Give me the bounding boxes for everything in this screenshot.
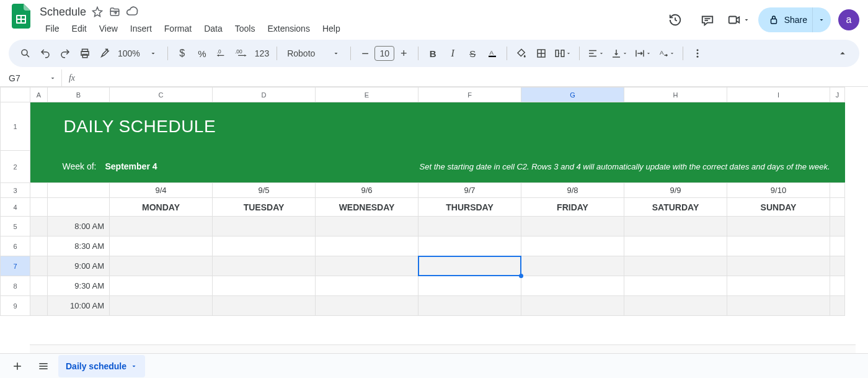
share-button[interactable]: Share [758,7,831,32]
column-header-G[interactable]: G [521,88,624,102]
currency-icon[interactable]: $ [173,44,192,63]
search-menus-icon[interactable] [16,44,35,63]
date-cell-1[interactable]: 9/5 [213,183,316,198]
cell-F5[interactable] [316,217,418,236]
document-name[interactable]: Schedule [40,6,86,19]
cell-D6[interactable] [110,236,213,256]
font-caret[interactable] [327,44,345,63]
date-cell-4[interactable]: 9/8 [521,183,624,198]
column-header-D[interactable]: D [213,88,316,102]
print-icon[interactable] [76,44,94,63]
cell-J5[interactable] [727,217,830,236]
text-rotation-icon[interactable]: A [655,44,678,63]
menu-data[interactable]: Data [198,21,228,36]
row-header-6[interactable]: 6 [1,236,30,256]
cell-E7[interactable] [213,256,316,276]
spreadsheet-grid[interactable]: ABCDEFGHIJ 1DAILY SCHEDULE2Week of:Septe… [0,87,845,316]
date-cell-6[interactable]: 9/10 [727,183,830,198]
name-box[interactable]: G7 [0,70,62,86]
menu-insert[interactable]: Insert [125,21,157,36]
menu-edit[interactable]: Edit [66,21,92,36]
cell-H8[interactable] [521,276,624,296]
cell-J9[interactable] [727,296,830,316]
cell-E5[interactable] [213,217,316,236]
cell-I5[interactable] [624,217,727,236]
cell-I6[interactable] [624,236,727,256]
column-header-I[interactable]: I [727,88,830,102]
cell-G8[interactable] [418,276,521,296]
row-header-8[interactable]: 8 [1,276,30,296]
cell-F6[interactable] [316,236,418,256]
horizontal-align-icon[interactable] [585,44,607,63]
time-cell-5[interactable]: 8:00 AM [48,217,110,236]
row-header-2[interactable]: 2 [1,151,30,183]
cell-G7[interactable] [418,256,521,276]
column-header-J[interactable]: J [830,88,845,102]
time-cell-9[interactable]: 10:00 AM [48,296,110,316]
redo-icon[interactable] [56,44,74,63]
menu-file[interactable]: File [40,21,65,36]
day-cell-1[interactable]: TUESDAY [213,198,316,217]
collapse-toolbar-icon[interactable] [833,44,852,63]
add-sheet-icon[interactable] [6,355,29,377]
horizontal-scrollbar[interactable] [30,344,856,353]
meet-icon[interactable] [727,7,751,32]
select-all-corner[interactable] [1,88,30,102]
cell-E8[interactable] [213,276,316,296]
column-header-H[interactable]: H [624,88,727,102]
zoom-caret[interactable] [144,44,162,63]
cell-H7[interactable] [521,256,624,276]
cell-J7[interactable] [727,256,830,276]
decrease-decimal-icon[interactable]: .0 [213,44,231,63]
all-sheets-icon[interactable] [32,355,55,377]
comments-icon[interactable] [695,7,720,32]
merge-cells-icon[interactable] [552,44,574,63]
cell-D7[interactable] [110,256,213,276]
increase-decimal-icon[interactable]: .00 [232,44,251,63]
cell-H6[interactable] [521,236,624,256]
history-icon[interactable] [663,7,688,32]
account-avatar[interactable]: a [838,9,859,30]
more-toolbar-icon[interactable] [688,44,707,63]
menu-help[interactable]: Help [317,21,346,36]
day-cell-4[interactable]: FRIDAY [521,198,624,217]
cell-D8[interactable] [110,276,213,296]
menu-extensions[interactable]: Extensions [262,21,315,36]
move-icon[interactable] [108,6,121,18]
day-cell-3[interactable]: THURSDAY [418,198,521,217]
percent-icon[interactable]: % [193,44,211,63]
star-icon[interactable] [91,6,104,18]
time-cell-8[interactable]: 9:30 AM [48,276,110,296]
font-size-input[interactable] [374,46,394,61]
column-header-E[interactable]: E [316,88,418,102]
row-header-3[interactable]: 3 [1,183,30,198]
cell-E6[interactable] [213,236,316,256]
cell-J8[interactable] [727,276,830,296]
row-header-4[interactable]: 4 [1,198,30,217]
cell-E9[interactable] [213,296,316,316]
sheet-tab-daily-schedule[interactable]: Daily schedule [58,355,145,377]
italic-icon[interactable]: I [443,44,462,63]
cell-I8[interactable] [624,276,727,296]
date-cell-3[interactable]: 9/7 [418,183,521,198]
text-wrap-icon[interactable] [632,44,654,63]
cell-H9[interactable] [521,296,624,316]
cell-G5[interactable] [418,217,521,236]
cell-I7[interactable] [624,256,727,276]
cell-F8[interactable] [316,276,418,296]
cell-I9[interactable] [624,296,727,316]
strikethrough-icon[interactable]: S [463,44,482,63]
row-header-9[interactable]: 9 [1,296,30,316]
menu-format[interactable]: Format [159,21,197,36]
date-cell-0[interactable]: 9/4 [110,183,213,198]
share-dropdown[interactable] [812,7,830,32]
sheets-logo-icon[interactable] [9,4,33,29]
borders-icon[interactable] [532,44,551,63]
row-header-1[interactable]: 1 [1,102,30,151]
date-cell-2[interactable]: 9/6 [316,183,418,198]
bold-icon[interactable]: B [423,44,442,63]
cell-D9[interactable] [110,296,213,316]
cell-G6[interactable] [418,236,521,256]
cell-D5[interactable] [110,217,213,236]
vertical-align-icon[interactable] [608,44,631,63]
